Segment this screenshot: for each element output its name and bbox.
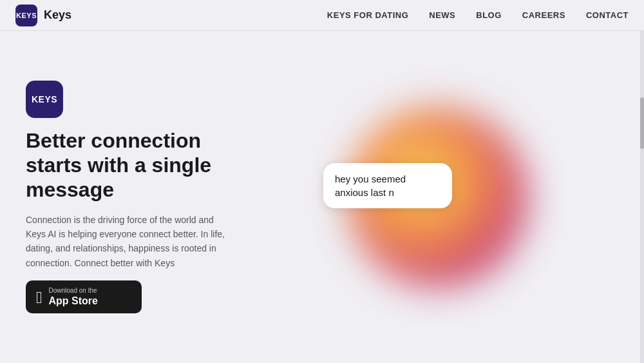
nav-link-contact[interactable]: CONTACT (586, 10, 629, 20)
nav-logo-group: KEYS Keys (15, 5, 71, 26)
app-logo: KEYS (26, 81, 63, 118)
message-bubble: hey you seemed anxious last n (323, 163, 452, 208)
nav-link-news[interactable]: NEWS (429, 10, 455, 20)
hero-left: KEYS Better connection starts with a sin… (26, 81, 270, 314)
nav-link-blog[interactable]: BLOG (476, 10, 502, 20)
store-name: App Store (49, 295, 98, 307)
scrollbar[interactable] (640, 31, 644, 363)
logo-text: Keys (44, 8, 71, 22)
nav-links: KEYS FOR DATING NEWS BLOG CAREERS CONTAC… (327, 10, 629, 20)
logo-icon[interactable]: KEYS (15, 5, 37, 26)
nav-link-keys-for-dating[interactable]: KEYS FOR DATING (327, 10, 408, 20)
main-content: KEYS Better connection starts with a sin… (0, 31, 644, 363)
scrollbar-thumb[interactable] (640, 97, 644, 149)
navbar: KEYS Keys KEYS FOR DATING NEWS BLOG CARE… (0, 0, 644, 31)
hero-subtext: Connection is the driving force of the w… (26, 213, 232, 271)
nav-link-careers[interactable]: CAREERS (522, 10, 565, 20)
hero-headline: Better connection starts with a single m… (26, 128, 232, 202)
download-label: Download on the (49, 287, 97, 295)
apple-icon:  (36, 289, 43, 306)
logo-icon-label: KEYS (16, 12, 37, 19)
app-logo-label: KEYS (32, 94, 57, 104)
app-store-button[interactable]:  Download on the App Store (26, 280, 142, 313)
app-store-text-group: Download on the App Store (49, 287, 98, 307)
hero-right: hey you seemed anxious last n (270, 57, 605, 337)
